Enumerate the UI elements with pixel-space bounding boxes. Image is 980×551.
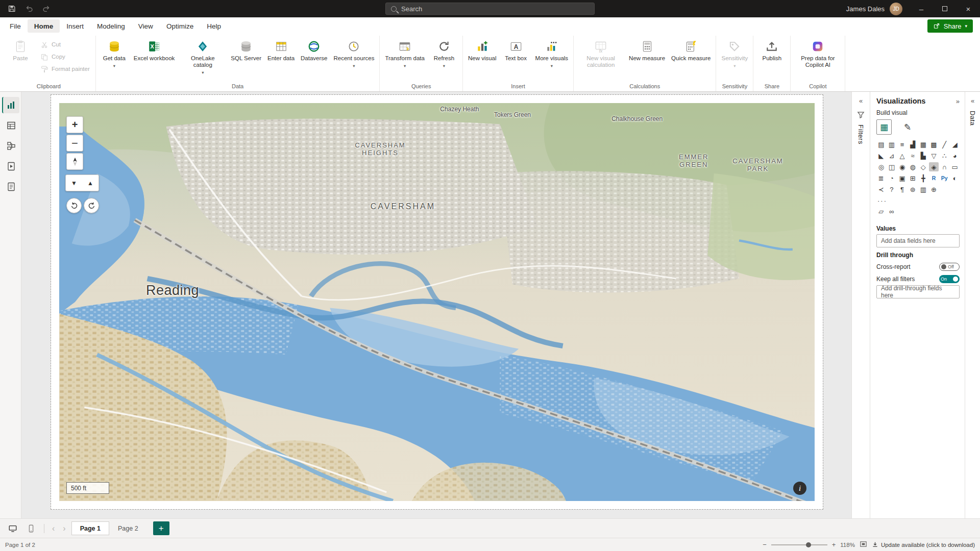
share-button[interactable]: Share ▾ xyxy=(927,19,973,33)
visual-icon-filled-map[interactable]: ◍ xyxy=(908,162,918,171)
visual-icon-stacked-bar-chart[interactable]: ▤ xyxy=(876,140,886,149)
sidebar-item-dax-query-view[interactable] xyxy=(2,158,19,174)
ribbon-button-transform-data[interactable]: Transform data▾ xyxy=(382,36,427,69)
minimize-button[interactable]: – xyxy=(910,0,933,17)
map-zoom-out-button[interactable]: − xyxy=(66,135,83,152)
menu-tab-view[interactable]: View xyxy=(132,19,160,33)
ribbon-button-prep-data-for-copilot-ai[interactable]: Prep data for Copilot AI xyxy=(793,36,842,69)
build-visual-tab[interactable]: ▦ xyxy=(876,119,892,135)
visual-icon-kpi[interactable]: ◔ xyxy=(887,173,897,183)
visual-icon-stacked-area-chart[interactable]: ◣ xyxy=(876,151,886,160)
visual-icon-line-and-stacked-column-chart[interactable]: ⊿ xyxy=(887,151,897,160)
visual-icon-paginated-report[interactable]: ▥ xyxy=(919,185,928,194)
zoom-out-icon[interactable]: − xyxy=(763,541,767,548)
menu-tab-optimize[interactable]: Optimize xyxy=(160,19,200,33)
visual-icon-scatter-chart[interactable]: ∴ xyxy=(940,151,949,160)
azure-map-visual[interactable]: Chazey HeathTokers GreenChalkhouse Green… xyxy=(59,103,815,501)
visual-icon-smart-narrative[interactable]: ¶ xyxy=(897,185,907,194)
visual-icon-line-chart[interactable]: ╱ xyxy=(940,140,949,149)
visual-icon-map[interactable]: ◉ xyxy=(897,162,907,171)
new-page-button[interactable]: + xyxy=(153,521,169,535)
visual-icon-area-chart[interactable]: ◢ xyxy=(950,140,960,149)
ribbon-button-new-measure[interactable]: New measure xyxy=(626,36,668,63)
map-rotate-right-button[interactable] xyxy=(84,198,99,213)
visual-icon-pie-chart[interactable]: ◕ xyxy=(950,151,960,160)
visual-icon-r-script-visual[interactable]: R xyxy=(929,173,939,183)
user-name[interactable]: James Dales xyxy=(846,5,885,13)
visual-icon-arcgis-map[interactable]: ⊕ xyxy=(929,185,939,194)
keep-all-filters-toggle[interactable]: On xyxy=(939,275,960,283)
expand-data-icon[interactable]: « xyxy=(971,97,974,105)
redo-icon[interactable] xyxy=(39,2,54,16)
values-field-well[interactable]: Add data fields here xyxy=(876,234,960,247)
mobile-layout-icon[interactable] xyxy=(23,522,39,535)
ribbon-button-onelake-catalog[interactable]: OneLake catalog▾ xyxy=(178,36,227,76)
map-rotate-left-button[interactable] xyxy=(66,198,82,213)
visual-icon-shape-map[interactable]: ◇ xyxy=(919,162,928,171)
ribbon-button-excel-workbook[interactable]: XExcel workbook xyxy=(131,36,178,63)
visual-icon-clustered-bar-chart[interactable]: ≡ xyxy=(897,140,907,149)
map-info-button[interactable]: i xyxy=(793,482,806,495)
sidebar-item-model-view[interactable] xyxy=(2,138,19,154)
menu-tab-help[interactable]: Help xyxy=(200,19,228,33)
next-page-arrow[interactable]: › xyxy=(60,524,68,533)
visual-icon-decomposition-tree[interactable]: ≺ xyxy=(876,185,886,194)
sidebar-item-report-view[interactable] xyxy=(2,97,19,113)
ribbon-button-dataverse[interactable]: Dataverse xyxy=(298,36,330,63)
close-button[interactable]: × xyxy=(957,0,980,17)
zoom-slider-knob[interactable] xyxy=(806,542,811,547)
sidebar-item-tmdl-view[interactable] xyxy=(2,179,19,195)
visual-icon-azure-map[interactable]: ◈ xyxy=(929,162,939,171)
map-zoom-in-button[interactable]: + xyxy=(66,116,83,133)
pitch-up-button[interactable]: ▲ xyxy=(82,180,99,187)
menu-tab-insert[interactable]: Insert xyxy=(60,19,90,33)
ribbon-button-publish[interactable]: Publish xyxy=(756,36,788,63)
ribbon-button-refresh[interactable]: Refresh▾ xyxy=(428,36,460,69)
menu-tab-home[interactable]: Home xyxy=(28,19,60,33)
visual-icon-waterfall-chart[interactable]: ▙ xyxy=(919,151,928,160)
more-visual-options[interactable]: ··· xyxy=(877,197,960,205)
visual-icon-metrics[interactable]: ⊚ xyxy=(908,185,918,194)
visual-icon-python-visual[interactable]: Py xyxy=(940,173,949,183)
zoom-in-icon[interactable]: + xyxy=(832,541,836,548)
pitch-down-button[interactable]: ▼ xyxy=(66,180,82,187)
visual-icon-funnel-chart[interactable]: ▽ xyxy=(929,151,939,160)
desktop-layout-icon[interactable] xyxy=(5,522,20,535)
ribbon-button-sql-server[interactable]: SQL Server xyxy=(228,36,264,63)
search-input[interactable]: Search xyxy=(385,3,595,15)
visual-icon-multi-row-card[interactable]: ≣ xyxy=(876,173,886,183)
ribbon-button-more-visuals[interactable]: More visuals▾ xyxy=(533,36,571,69)
sidebar-item-table-view[interactable] xyxy=(2,117,19,134)
visual-icon-gauge[interactable]: ∩ xyxy=(940,162,949,171)
visual-icon-power-apps[interactable]: ▱ xyxy=(876,207,886,216)
visual-icon-ribbon-chart[interactable]: ≈ xyxy=(908,151,918,160)
page-tab-page-1[interactable]: Page 1 xyxy=(71,521,109,535)
visual-icon-stacked-column-chart[interactable]: ▥ xyxy=(887,140,897,149)
ribbon-button-get-data[interactable]: Get data▾ xyxy=(99,36,130,69)
data-panel-title[interactable]: Data xyxy=(969,111,976,126)
zoom-level[interactable]: 118% xyxy=(840,542,855,548)
visual-icon-matrix[interactable]: ╋ xyxy=(919,173,928,183)
visual-icon-donut-chart[interactable]: ◎ xyxy=(876,162,886,171)
undo-icon[interactable] xyxy=(21,2,37,16)
ribbon-button-new-visual[interactable]: New visual xyxy=(465,36,499,63)
format-visual-tab[interactable]: ✎ xyxy=(900,119,915,135)
visual-icon-qna[interactable]: ? xyxy=(887,185,897,194)
page-tab-page-2[interactable]: Page 2 xyxy=(109,521,147,535)
map-pitch-control[interactable]: ▼ ▲ xyxy=(65,174,99,191)
map-compass-button[interactable] xyxy=(66,153,83,170)
visual-icon-clustered-column-chart[interactable]: ▟ xyxy=(908,140,918,149)
zoom-slider[interactable] xyxy=(771,544,827,545)
menu-tab-file[interactable]: File xyxy=(3,19,28,33)
visual-icon-treemap[interactable]: ◫ xyxy=(887,162,897,171)
report-page[interactable]: Chazey HeathTokers GreenChalkhouse Green… xyxy=(51,95,823,509)
visual-icon-100-stacked-column-chart[interactable]: ▩ xyxy=(929,140,939,149)
ribbon-button-enter-data[interactable]: Enter data xyxy=(265,36,297,63)
previous-page-arrow[interactable]: ‹ xyxy=(50,524,57,533)
visual-icon-100-stacked-bar-chart[interactable]: ▦ xyxy=(919,140,928,149)
visual-icon-table[interactable]: ⊞ xyxy=(908,173,918,183)
visual-icon-card[interactable]: ▭ xyxy=(950,162,960,171)
visual-icon-line-and-clustered-column-chart[interactable]: △ xyxy=(897,151,907,160)
avatar[interactable]: JD xyxy=(890,3,902,15)
menu-tab-modeling[interactable]: Modeling xyxy=(90,19,132,33)
